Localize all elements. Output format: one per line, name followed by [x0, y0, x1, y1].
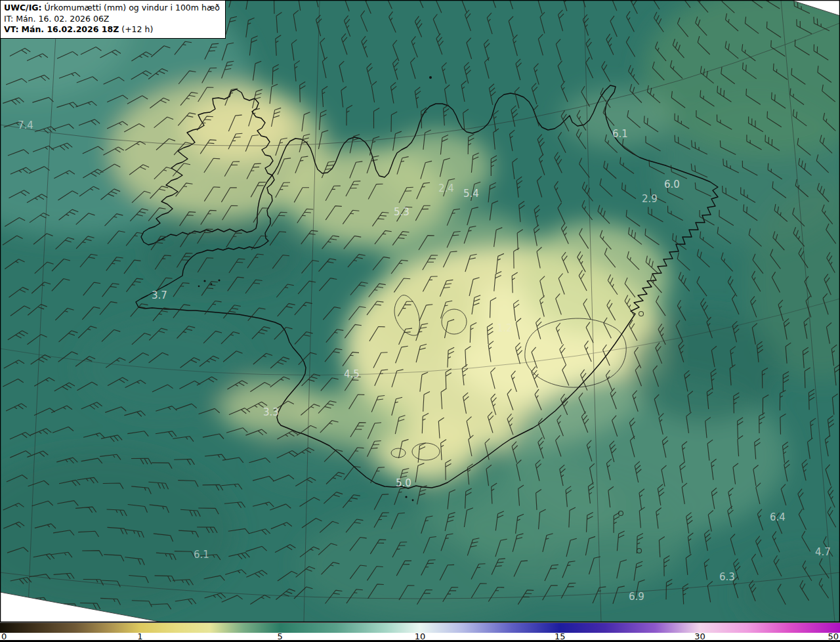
valid-time-offset: (+12 h) [121, 24, 153, 34]
precip-blob [630, 312, 781, 423]
map-canvas: 7.46.16.02.92.45.45.33.71.24.53.35.06.16… [0, 0, 840, 622]
precip-blob [518, 223, 669, 335]
product-title: Úrkomumætti (mm) og vindur i 100m hæð [45, 3, 220, 12]
precip-value-label: 6.1 [612, 128, 628, 140]
precip-value-label: 3.3 [263, 406, 279, 418]
forecast-header-box: UWC/IG: Úrkomumætti (mm) og vindur i 100… [0, 0, 226, 39]
colorbar: 01510153050 [0, 622, 840, 642]
precip-value-label: 2.4 [438, 182, 454, 194]
precip-value-label: 5.4 [463, 188, 479, 200]
precip-blob [420, 456, 617, 555]
header-valid-line: VT: Mán. 16.02.2026 18Z (+12 h) [4, 24, 220, 35]
init-time-label: IT: [4, 14, 13, 24]
precip-value-label: 3.7 [152, 289, 167, 301]
valid-time-label: VT: [4, 24, 19, 34]
forecast-map-svg: 7.46.16.02.92.45.45.33.71.24.53.35.06.16… [0, 0, 840, 622]
init-time: Mán. 16. 02. 2026 06Z [16, 14, 109, 24]
precip-value-label: 4.5 [344, 368, 360, 380]
valid-time: Mán. 16.02.2026 18Z [22, 24, 119, 34]
precip-value-label: 6.1 [194, 549, 209, 561]
precip-value-label: 6.0 [664, 179, 680, 190]
precip-value-label: 2.9 [642, 193, 658, 205]
precip-value-label: 5.0 [396, 477, 411, 489]
header-product-line: UWC/IG: Úrkomumætti (mm) og vindur i 100… [4, 3, 220, 14]
product-label: UWC/IG: [4, 3, 42, 12]
weather-map-screen: 7.46.16.02.92.45.45.33.71.24.53.35.06.16… [0, 0, 840, 642]
precip-blob [79, 318, 249, 417]
precip-value-label: 1.2 [497, 322, 513, 334]
precip-value-label: 7.4 [18, 119, 33, 131]
header-init-line: IT: Mán. 16. 02. 2026 06Z [4, 14, 220, 25]
precip-value-label: 4.7 [815, 546, 831, 558]
precip-blob [256, 433, 374, 486]
precip-value-label: 6.9 [629, 591, 644, 603]
precip-value-label: 5.3 [394, 206, 410, 218]
precip-value-label: 6.4 [770, 511, 786, 523]
precip-value-label: 6.3 [719, 571, 735, 583]
